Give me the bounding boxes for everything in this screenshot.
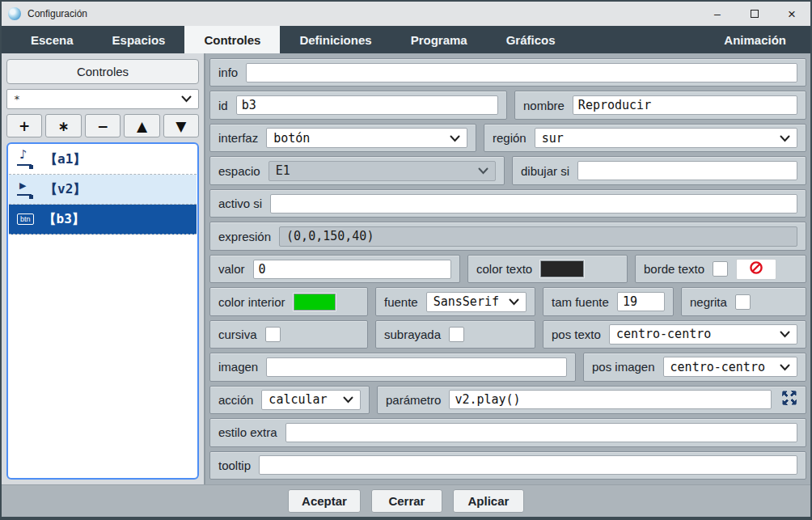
valor-label: valor (218, 262, 245, 276)
tam-fuente-group: tam fuente (543, 287, 674, 315)
configuration-window: Configuración – × Escena Espacios Contro… (0, 0, 812, 520)
tab-definiciones[interactable]: Definiciones (280, 26, 391, 53)
borde-texto-group: borde texto (635, 255, 806, 283)
interfaz-select[interactable]: botón (266, 128, 467, 148)
pos-texto-group: pos texto centro-centro (543, 320, 806, 349)
app-logo-icon (8, 7, 21, 20)
minimize-icon: – (714, 8, 721, 19)
activo-si-input[interactable] (270, 194, 797, 213)
cursiva-group: cursiva (209, 320, 368, 349)
dibujar-si-label: dibujar si (521, 164, 569, 178)
list-item-b3[interactable]: btn 【b3】 (9, 205, 197, 235)
duplicate-control-button[interactable]: ∗ (45, 114, 81, 137)
dibujar-si-group: dibujar si (512, 156, 806, 184)
controls-panel: Controles * + ∗ − ▲ ▼ ♪ (2, 53, 205, 484)
estilo-extra-label: estilo extra (218, 425, 277, 439)
move-down-button[interactable]: ▼ (163, 114, 199, 137)
imagen-input[interactable] (266, 357, 567, 377)
pos-imagen-label: pos imagen (592, 360, 655, 374)
tab-espacios[interactable]: Espacios (93, 26, 185, 53)
tab-escena[interactable]: Escena (11, 26, 93, 53)
control-properties-form: info id nombre interfaz botón (205, 53, 810, 484)
chevron-down-icon (343, 392, 353, 407)
pos-imagen-select[interactable]: centro-centro (663, 357, 797, 377)
titlebar: Configuración – × (2, 2, 810, 26)
region-group: región sur (484, 124, 806, 152)
tam-fuente-label: tam fuente (552, 295, 609, 309)
chevron-down-icon (181, 93, 192, 105)
cursiva-checkbox[interactable] (265, 327, 281, 342)
info-group: info (209, 58, 806, 87)
tab-controles[interactable]: Controles (184, 26, 280, 53)
tab-animacion[interactable]: Animación (704, 26, 806, 53)
tab-programa[interactable]: Programa (391, 26, 487, 53)
tooltip-input[interactable] (259, 455, 797, 475)
pos-texto-select[interactable]: centro-centro (609, 324, 797, 345)
list-item-v2[interactable]: ▶ 【v2】 (9, 175, 197, 205)
color-interior-group: color interior (209, 287, 368, 315)
window-title: Configuración (27, 8, 87, 19)
maximize-icon (751, 10, 759, 18)
remove-control-button[interactable]: − (85, 114, 121, 137)
parametro-group: parámetro (377, 386, 806, 414)
dibujar-si-input[interactable] (577, 161, 797, 180)
valor-input[interactable] (253, 260, 451, 279)
expresion-value: (0,0,150,40) (279, 226, 797, 247)
parametro-label: parámetro (386, 393, 441, 407)
espacio-group: espacio E1 (209, 156, 505, 184)
expresion-label: expresión (218, 230, 271, 243)
accion-select[interactable]: calcular (261, 390, 361, 410)
move-up-button[interactable]: ▲ (124, 114, 159, 137)
color-texto-swatch[interactable] (540, 260, 584, 277)
close-button[interactable]: × (773, 2, 810, 26)
add-control-button[interactable]: + (6, 114, 42, 137)
color-texto-group: color texto (467, 255, 628, 283)
borde-texto-label: borde texto (644, 262, 704, 276)
list-item-a1[interactable]: ♪ 【a1】 (9, 145, 197, 175)
subrayada-group: subrayada (375, 320, 535, 349)
color-texto-label: color texto (476, 262, 532, 276)
negrita-label: negrita (690, 295, 727, 309)
chevron-down-icon (780, 360, 790, 374)
no-border-color-button[interactable] (736, 259, 776, 280)
minimize-button[interactable]: – (699, 2, 736, 26)
estilo-extra-input[interactable] (285, 423, 797, 442)
maximize-button[interactable] (736, 2, 773, 26)
tab-graficos[interactable]: Gráficos (487, 26, 575, 53)
activo-si-group: activo si (209, 189, 806, 218)
chevron-down-icon (780, 131, 790, 146)
subrayada-checkbox[interactable] (449, 327, 464, 342)
borde-texto-checkbox[interactable] (713, 261, 728, 277)
region-label: región (493, 131, 527, 145)
info-input[interactable] (246, 63, 797, 82)
tooltip-group: tooltip (209, 451, 806, 480)
espacio-label: espacio (218, 164, 260, 178)
chevron-down-icon (780, 327, 790, 341)
tam-fuente-input[interactable] (617, 292, 665, 311)
expand-editor-button[interactable] (781, 390, 797, 409)
tooltip-label: tooltip (218, 459, 251, 472)
negrita-group: negrita (681, 287, 806, 315)
pos-imagen-group: pos imagen centro-centro (583, 353, 806, 381)
negrita-checkbox[interactable] (735, 294, 751, 310)
parametro-input[interactable] (449, 390, 772, 409)
controls-panel-header[interactable]: Controles (6, 59, 199, 84)
aplicar-button[interactable]: Aplicar (453, 489, 524, 513)
valor-group: valor (209, 255, 460, 283)
estilo-extra-group: estilo extra (209, 418, 806, 446)
accion-group: acción calcular (209, 386, 370, 414)
tab-bar: Escena Espacios Controles Definiciones P… (2, 26, 810, 53)
pos-texto-label: pos texto (552, 328, 601, 341)
list-item-label: 【b3】 (44, 211, 85, 228)
fuente-select[interactable]: SansSerif (426, 292, 527, 312)
control-list: ♪ 【a1】 ▶ 【v2】 btn 【b3】 (6, 142, 199, 480)
id-input[interactable] (236, 95, 498, 115)
control-filter-select[interactable]: * (6, 89, 199, 109)
filter-value: * (14, 93, 20, 105)
color-interior-swatch[interactable] (294, 294, 336, 311)
cerrar-button[interactable]: Cerrar (371, 489, 442, 513)
dialog-footer: Aceptar Cerrar Aplicar (2, 484, 810, 517)
aceptar-button[interactable]: Aceptar (288, 489, 361, 513)
region-select[interactable]: sur (535, 128, 797, 148)
nombre-input[interactable] (573, 95, 797, 115)
